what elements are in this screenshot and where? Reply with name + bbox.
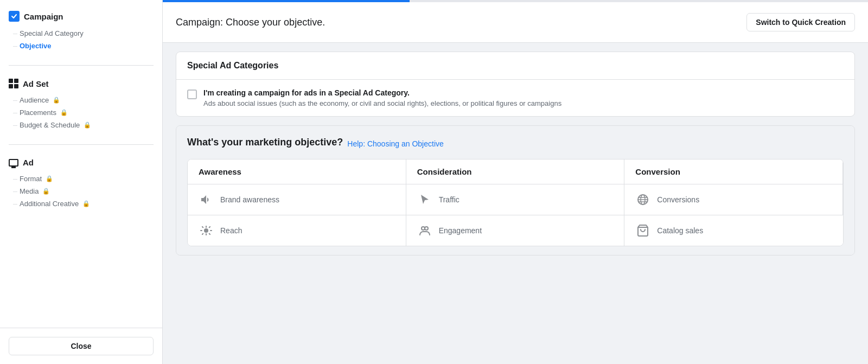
- special-ad-checkbox-row: I'm creating a campaign for ads in a Spe…: [187, 88, 844, 107]
- sidebar-campaign-section: Campaign Special Ad Category Objective: [9, 11, 154, 66]
- engagement-icon: [417, 223, 432, 238]
- objective-item-traffic[interactable]: Traffic: [406, 184, 625, 215]
- engagement-label: Engagement: [439, 226, 482, 235]
- sidebar-item-objective[interactable]: Objective: [9, 40, 154, 52]
- sidebar-campaign-title: Campaign: [9, 11, 154, 22]
- catalog-sales-label: Catalog sales: [657, 226, 703, 235]
- sidebar-adset-title: Ad Set: [9, 79, 154, 88]
- objective-title: What's your marketing objective?: [187, 137, 343, 148]
- objective-help-link[interactable]: Help: Choosing an Objective: [347, 139, 443, 148]
- sidebar-footer: Close: [0, 328, 162, 364]
- media-lock-icon: 🔒: [43, 188, 49, 195]
- svg-point-7: [425, 227, 428, 230]
- ad-label: Ad: [23, 158, 34, 167]
- traffic-label: Traffic: [439, 195, 459, 204]
- format-lock-icon: 🔒: [46, 176, 53, 182]
- additional-creative-lock-icon: 🔒: [83, 201, 90, 207]
- title-normal: : Choose your objective.: [220, 17, 325, 28]
- objective-section-header: What's your marketing objective? Help: C…: [176, 126, 854, 255]
- megaphone-icon: [199, 192, 214, 207]
- objective-grid: Awareness Consideration Conversion Brand…: [187, 159, 844, 246]
- sidebar-content: Campaign Special Ad Category Objective A…: [0, 0, 162, 328]
- awareness-header: Awareness: [188, 159, 406, 184]
- objective-item-conversions[interactable]: Conversions: [624, 184, 843, 215]
- objective-item-engagement[interactable]: Engagement: [406, 215, 625, 246]
- title-bold: Campaign: [176, 17, 220, 28]
- objective-item-brand-awareness[interactable]: Brand awareness: [188, 184, 406, 215]
- svg-point-5: [204, 228, 208, 233]
- conversion-header: Conversion: [624, 159, 843, 184]
- special-ad-checkbox-sublabel: Ads about social issues (such as the eco…: [203, 99, 561, 107]
- ad-monitor-icon: [9, 159, 18, 167]
- cart-icon: [635, 223, 650, 238]
- main-content: Campaign: Choose your objective. Switch …: [163, 0, 868, 364]
- conversions-label: Conversions: [657, 195, 699, 204]
- special-ad-checkbox-content: I'm creating a campaign for ads in a Spe…: [203, 88, 561, 107]
- sidebar-item-format: Format 🔒: [9, 173, 154, 185]
- objective-item-reach[interactable]: Reach: [188, 215, 406, 246]
- reach-icon: [199, 223, 214, 238]
- brand-awareness-label: Brand awareness: [220, 195, 279, 204]
- sidebar-item-special-ad-category[interactable]: Special Ad Category: [9, 27, 154, 40]
- special-ad-categories-body: I'm creating a campaign for ads in a Spe…: [176, 80, 854, 116]
- adset-grid-icon: [9, 79, 18, 88]
- sidebar-item-media: Media 🔒: [9, 185, 154, 197]
- page-title: Campaign: Choose your objective.: [176, 17, 325, 28]
- sidebar-item-audience: Audience 🔒: [9, 94, 154, 106]
- special-ad-categories-header: Special Ad Categories: [176, 52, 854, 80]
- page-header: Campaign: Choose your objective. Switch …: [163, 2, 868, 43]
- special-ad-checkbox[interactable]: [187, 90, 197, 99]
- campaign-checkbox-icon: [9, 11, 20, 22]
- special-ad-categories-card: Special Ad Categories I'm creating a cam…: [176, 52, 855, 117]
- sidebar-ad-section: Ad Format 🔒 Media 🔒 Additional Creative …: [9, 158, 154, 223]
- adset-label: Ad Set: [23, 79, 49, 88]
- switch-to-quick-creation-button[interactable]: Switch to Quick Creation: [746, 13, 855, 31]
- cursor-icon: [417, 192, 432, 207]
- sidebar-item-placements: Placements 🔒: [9, 106, 154, 119]
- placements-lock-icon: 🔒: [61, 110, 67, 116]
- sidebar-item-additional-creative: Additional Creative 🔒: [9, 197, 154, 210]
- reach-label: Reach: [220, 226, 242, 235]
- sidebar-adset-section: Ad Set Audience 🔒 Placements 🔒 Budget & …: [9, 79, 154, 145]
- objective-title-row: What's your marketing objective? Help: C…: [187, 137, 844, 150]
- close-button[interactable]: Close: [9, 337, 154, 355]
- budget-lock-icon: 🔒: [84, 122, 91, 129]
- campaign-label: Campaign: [24, 12, 63, 21]
- objective-item-catalog-sales[interactable]: Catalog sales: [624, 215, 843, 246]
- special-ad-checkbox-label: I'm creating a campaign for ads in a Spe…: [203, 88, 561, 97]
- consideration-header: Consideration: [406, 159, 625, 184]
- audience-lock-icon: 🔒: [53, 97, 60, 104]
- globe-icon: [635, 192, 650, 207]
- sidebar: Campaign Special Ad Category Objective A…: [0, 0, 163, 364]
- content-area: Special Ad Categories I'm creating a cam…: [163, 43, 868, 364]
- sidebar-ad-title: Ad: [9, 158, 154, 167]
- sidebar-item-budget-schedule: Budget & Schedule 🔒: [9, 119, 154, 131]
- objective-card: What's your marketing objective? Help: C…: [176, 125, 855, 256]
